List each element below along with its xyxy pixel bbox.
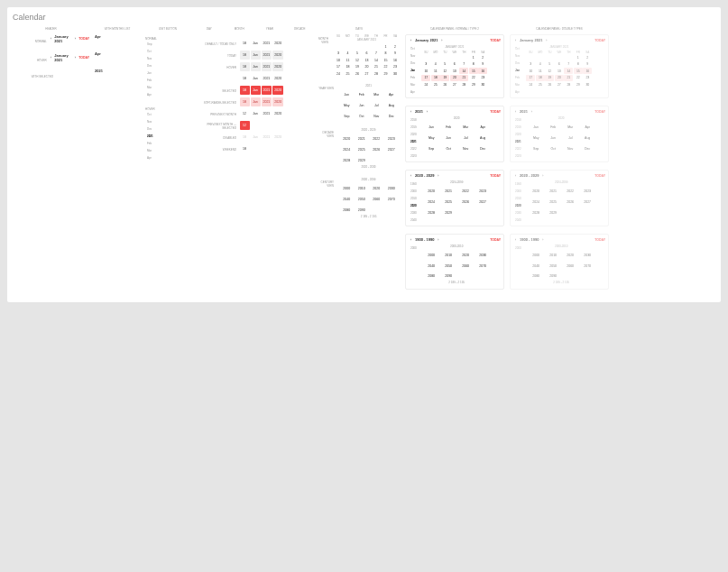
day-cell[interactable]: 7: [459, 61, 468, 68]
grid-cell[interactable]: Oct: [355, 112, 369, 121]
grid-cell[interactable]: 2028: [423, 208, 439, 217]
side-item[interactable]: 2018: [409, 116, 419, 123]
unit-button[interactable]: 12: [240, 121, 250, 130]
grid-cell[interactable]: Nov: [457, 144, 474, 153]
unit-button[interactable]: 2020: [272, 109, 283, 118]
unit-button[interactable]: Jan: [251, 39, 261, 48]
grid-cell[interactable]: 2040: [528, 262, 544, 271]
unit-button[interactable]: 2021: [262, 97, 272, 106]
unit-button[interactable]: 2021: [262, 39, 272, 48]
day-cell[interactable]: 3: [334, 51, 343, 57]
chevron-right-icon[interactable]: ›: [540, 173, 545, 178]
day-cell[interactable]: 19: [353, 64, 362, 70]
grid-cell[interactable]: Dec: [579, 144, 595, 153]
side-item[interactable]: 2040: [513, 217, 523, 223]
year-label[interactable]: 2021: [95, 69, 140, 73]
grid-cell[interactable]: 2030: [384, 184, 399, 193]
grid-cell[interactable]: 2040: [340, 195, 355, 204]
day-cell[interactable]: 3: [526, 61, 535, 68]
unit-button[interactable]: Jan: [251, 74, 261, 83]
grid-cell[interactable]: Nov: [370, 112, 384, 121]
month-item[interactable]: Nov: [145, 55, 189, 61]
grid-cell[interactable]: Feb: [545, 123, 561, 132]
unit-button[interactable]: 2020: [272, 86, 283, 95]
grid-cell[interactable]: 2060: [370, 195, 384, 204]
grid-cell[interactable]: 2000: [340, 184, 355, 193]
grid-cell[interactable]: 2050: [355, 195, 369, 204]
unit-button[interactable]: 2021: [262, 51, 272, 60]
day-cell[interactable]: 9: [391, 51, 400, 57]
unit-button[interactable]: Jan: [251, 62, 261, 71]
grid-cell[interactable]: 2020: [340, 134, 355, 143]
day-cell[interactable]: 25: [344, 70, 353, 77]
day-cell[interactable]: 23: [478, 75, 487, 81]
day-cell[interactable]: 26: [353, 70, 362, 77]
day-cell[interactable]: 9: [478, 61, 487, 68]
unit-button[interactable]: 18: [240, 86, 250, 95]
day-cell[interactable]: 8: [574, 61, 583, 68]
side-item[interactable]: 2030: [513, 209, 523, 216]
unit-button[interactable]: 18: [240, 51, 250, 60]
month-item[interactable]: Feb: [145, 77, 189, 83]
today-button[interactable]: TODAY: [490, 238, 501, 242]
chevron-right-icon[interactable]: ›: [544, 38, 548, 42]
day-cell[interactable]: 12: [440, 68, 449, 74]
grid-cell[interactable]: Oct: [545, 144, 561, 153]
day-cell[interactable]: 29: [382, 70, 391, 77]
month-item[interactable]: Nov: [145, 118, 189, 125]
day-cell[interactable]: 24: [334, 70, 343, 77]
chevron-left-icon[interactable]: ‹: [409, 38, 413, 42]
grid-cell[interactable]: 2024: [423, 198, 439, 207]
day-cell[interactable]: 7: [372, 51, 381, 57]
day-cell[interactable]: 5: [545, 61, 554, 68]
panel-header[interactable]: 2020 - 2029: [520, 173, 539, 178]
unit-button[interactable]: Jan: [251, 51, 261, 60]
today-button[interactable]: TODAY: [490, 39, 501, 42]
day-cell[interactable]: 15: [469, 68, 478, 74]
grid-cell[interactable]: Jun: [440, 134, 456, 143]
grid-cell[interactable]: Apr: [475, 123, 491, 132]
side-item[interactable]: 2019: [513, 124, 523, 130]
day-cell[interactable]: 25: [536, 81, 545, 88]
mode-label[interactable]: Apr: [95, 51, 140, 56]
day-cell[interactable]: 14: [372, 57, 381, 63]
month-item[interactable]: Dec: [145, 62, 189, 69]
day-cell[interactable]: 4: [431, 61, 440, 68]
unit-button[interactable]: 2020: [272, 62, 283, 71]
day-cell[interactable]: 1: [382, 43, 391, 50]
chevron-left-icon[interactable]: ‹: [513, 38, 518, 42]
grid-cell[interactable]: Nov: [562, 144, 578, 153]
day-cell[interactable]: 16: [478, 68, 487, 74]
day-cell[interactable]: 10: [526, 68, 535, 74]
grid-cell[interactable]: 2023: [384, 134, 399, 143]
grid-cell[interactable]: 2024: [528, 198, 544, 207]
day-cell[interactable]: 17: [421, 75, 430, 81]
month-item[interactable]: Dec: [145, 125, 189, 132]
side-item[interactable]: 2022: [409, 145, 419, 152]
month-item[interactable]: 2021: [145, 133, 189, 139]
grid-cell[interactable]: Apr: [384, 90, 399, 99]
grid-cell[interactable]: Jul: [370, 101, 384, 110]
chevron-right-icon[interactable]: ›: [540, 237, 545, 242]
side-item[interactable]: 1990: [513, 180, 523, 187]
chevron-right-icon[interactable]: ›: [530, 109, 534, 114]
month-item[interactable]: Mar: [145, 147, 189, 153]
grid-cell[interactable]: 2000: [423, 251, 439, 260]
chevron-right-icon[interactable]: ›: [436, 237, 440, 242]
day-cell[interactable]: 6: [555, 61, 564, 68]
month-item[interactable]: Mar: [145, 84, 189, 90]
day-cell[interactable]: 30: [391, 70, 400, 77]
grid-cell[interactable]: 2000: [528, 251, 544, 260]
day-cell[interactable]: 15: [574, 68, 583, 74]
chevron-right-icon[interactable]: ›: [436, 173, 440, 178]
grid-cell[interactable]: Jan: [340, 90, 355, 99]
side-item[interactable]: 2022: [513, 145, 523, 152]
day-cell[interactable]: 22: [382, 64, 391, 70]
header-label[interactable]: January 2021: [54, 53, 71, 62]
grid-cell[interactable]: 2010: [440, 251, 456, 260]
day-cell[interactable]: 14: [459, 68, 468, 74]
chevron-left-icon[interactable]: ‹: [50, 37, 53, 42]
day-cell[interactable]: 5: [440, 61, 449, 68]
grid-cell[interactable]: 2030: [475, 251, 491, 260]
side-item[interactable]: 2000: [513, 188, 523, 194]
